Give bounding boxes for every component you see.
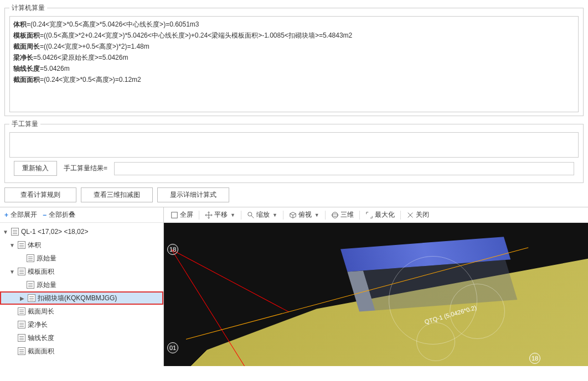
doc-icon <box>18 321 25 328</box>
computer-calc-title: 计算机算量 <box>9 3 47 13</box>
doc-icon <box>27 281 34 289</box>
minus-icon: − <box>43 211 47 219</box>
node-18b: 18 <box>529 353 540 364</box>
manual-result-label: 手工算量结果= <box>64 164 107 173</box>
manual-calc-panel: 手工算量 重新输入 手工算量结果= <box>4 119 584 183</box>
tree-raw-1[interactable]: ▶原始量 <box>0 252 163 265</box>
manual-result-input[interactable] <box>114 162 574 175</box>
maximize-icon <box>365 211 373 219</box>
viewer-toolbar: 全屏 平移▼ 缩放▼ 俯视▼ 三维 最大化 关闭 <box>164 207 588 223</box>
computer-calc-panel: 计算机算量 体积=(0.24<宽度>*0.5<高度>*5.0426<中心线长度>… <box>4 3 584 116</box>
pan-button[interactable]: 平移▼ <box>203 210 238 220</box>
expand-all-button[interactable]: + 全部展开 <box>4 210 37 220</box>
doc-icon <box>11 228 19 236</box>
tree-axis-len[interactable]: ▶轴线长度 <box>0 331 163 345</box>
fullscreen-icon <box>171 211 178 219</box>
maximize-button[interactable]: 最大化 <box>363 210 397 220</box>
tree-perimeter[interactable]: ▶截面周长 <box>0 305 163 318</box>
plus-icon: + <box>4 211 8 219</box>
collapse-all-button[interactable]: − 全部折叠 <box>43 210 75 220</box>
tree-deduct-wall[interactable]: ▶扣砌块墙(KQKQMBMJGG) <box>0 291 163 305</box>
fullscreen-button[interactable]: 全屏 <box>168 210 195 220</box>
view-calc-rule-button[interactable]: 查看计算规则 <box>4 187 76 202</box>
manual-calc-title: 手工算量 <box>9 119 40 129</box>
tree-raw-2[interactable]: ▶原始量 <box>0 278 163 291</box>
doc-icon <box>28 294 35 302</box>
zoom-button[interactable]: 缩放▼ <box>245 210 280 220</box>
svg-rect-0 <box>172 212 178 218</box>
node-18: 18 <box>167 244 178 255</box>
tree-volume[interactable]: ▼体积 <box>0 238 163 252</box>
close-icon <box>406 211 414 219</box>
node-01: 01 <box>167 342 178 353</box>
reinput-button[interactable]: 重新输入 <box>14 161 57 176</box>
doc-icon <box>18 307 25 315</box>
doc-icon <box>18 347 25 355</box>
close-button[interactable]: 关闭 <box>404 210 431 220</box>
doc-icon <box>18 241 25 249</box>
viewer-panel: 全屏 平移▼ 缩放▼ 俯视▼ 三维 最大化 关闭 18 01 18 QTQ-1 … <box>164 207 588 366</box>
tree-root[interactable]: ▼QL-1 <17,02> <18,02> <box>0 225 163 238</box>
cube-icon <box>289 211 297 219</box>
manual-calc-input-area[interactable] <box>9 132 579 158</box>
doc-icon <box>27 254 34 262</box>
view-3d-deduct-button[interactable]: 查看三维扣减图 <box>81 187 153 202</box>
calc-tree[interactable]: ▼QL-1 <17,02> <18,02> ▼体积 ▶原始量 ▼模板面积 ▶原始… <box>0 223 163 366</box>
3d-button[interactable]: 三维 <box>329 210 356 220</box>
svg-point-2 <box>332 212 338 218</box>
tree-section-area[interactable]: ▶截面面积 <box>0 345 163 358</box>
show-detail-formula-button[interactable]: 显示详细计算式 <box>157 187 229 202</box>
svg-point-1 <box>248 212 252 216</box>
doc-icon <box>18 334 25 342</box>
3d-viewport[interactable]: 18 01 18 QTQ-1 (5.0426*0.2) <box>164 223 588 366</box>
tree-formwork[interactable]: ▼模板面积 <box>0 265 163 278</box>
pan-icon <box>205 211 213 219</box>
topview-button[interactable]: 俯视▼ <box>287 210 322 220</box>
zoom-icon <box>247 211 255 219</box>
doc-icon <box>18 268 25 275</box>
tree-net-len[interactable]: ▶梁净长 <box>0 318 163 331</box>
tree-panel: + 全部展开 − 全部折叠 ▼QL-1 <17,02> <18,02> ▼体积 … <box>0 207 164 366</box>
sphere-icon <box>331 211 339 219</box>
computer-calc-text: 体积=(0.24<宽度>*0.5<高度>*5.0426<中心线长度>)=0.60… <box>9 16 579 112</box>
action-button-row: 查看计算规则 查看三维扣减图 显示详细计算式 <box>0 186 588 207</box>
svg-point-3 <box>332 213 338 216</box>
